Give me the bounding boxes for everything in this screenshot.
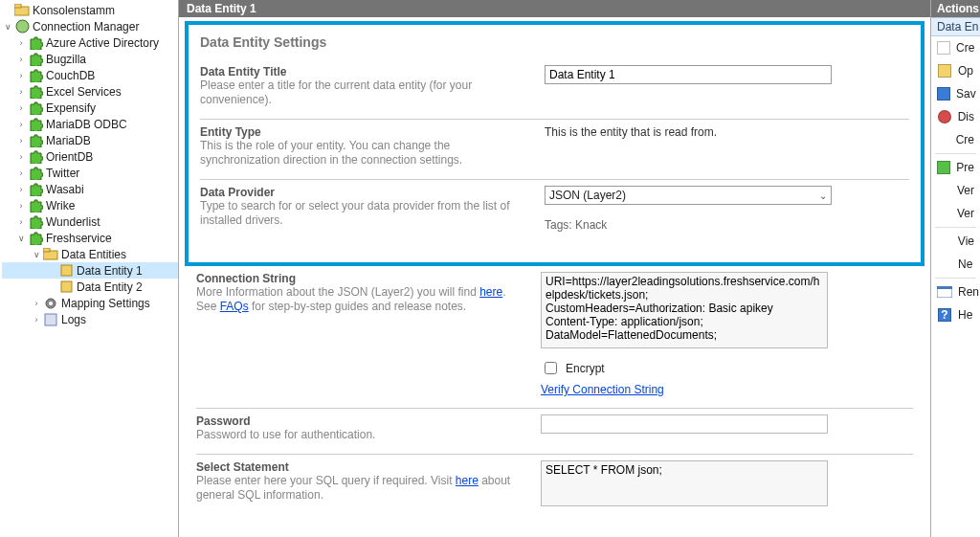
field-entity-type: Entity Type This is the role of your ent… xyxy=(200,120,909,180)
tree-data-entity-1[interactable]: Data Entity 1 xyxy=(2,262,178,279)
tree-item-wrike[interactable]: ›Wrike xyxy=(2,197,178,213)
encrypt-checkbox[interactable] xyxy=(545,362,557,374)
field-label: Password xyxy=(196,414,525,428)
field-desc: Password to use for authentication. xyxy=(196,428,525,442)
chevron-right-icon[interactable]: › xyxy=(31,299,42,308)
action-open[interactable]: Op xyxy=(931,59,980,82)
svg-rect-1 xyxy=(14,4,21,8)
chevron-right-icon[interactable]: › xyxy=(15,120,27,129)
chevron-right-icon[interactable]: › xyxy=(15,71,27,80)
connection-string-textarea[interactable] xyxy=(541,272,828,348)
box-icon xyxy=(57,264,75,277)
chevron-right-icon[interactable]: › xyxy=(15,168,27,178)
action-preview[interactable]: Pre xyxy=(931,156,980,179)
entity-type-value: This is the entity that is read from. xyxy=(545,125,909,139)
connection-here-link[interactable]: here xyxy=(479,285,502,299)
puzzle-icon xyxy=(27,68,44,82)
tree-item-mariadb[interactable]: ›MariaDB xyxy=(2,132,178,148)
tree-label: CouchDB xyxy=(44,69,95,82)
action-verify2[interactable]: Ver xyxy=(931,202,980,225)
tree-item-excel-services[interactable]: ›Excel Services xyxy=(2,83,178,100)
chevron-right-icon[interactable]: › xyxy=(15,152,27,162)
action-label: Op xyxy=(958,64,973,78)
help-icon: ? xyxy=(937,307,952,323)
chevron-down-icon: ⌄ xyxy=(819,190,827,201)
discard-icon xyxy=(937,109,952,124)
field-label: Data Provider xyxy=(200,186,529,199)
select-here-link[interactable]: here xyxy=(456,474,479,487)
action-label: Dis xyxy=(958,110,974,123)
chevron-right-icon[interactable]: › xyxy=(15,87,27,97)
tree-item-expensify[interactable]: ›Expensify xyxy=(2,100,178,116)
chevron-right-icon[interactable]: › xyxy=(15,217,27,227)
twisty-open-icon[interactable]: ∨ xyxy=(2,22,13,32)
globe-icon xyxy=(13,19,31,34)
tree-label: Data Entities xyxy=(59,248,126,261)
chevron-right-icon[interactable]: › xyxy=(15,136,27,145)
chevron-right-icon[interactable]: › xyxy=(15,38,27,48)
field-connection-string: Connection String More Information about… xyxy=(196,266,913,409)
blank-icon xyxy=(937,206,951,221)
tree-item-twitter[interactable]: ›Twitter xyxy=(2,165,178,181)
tree-mapping-settings[interactable]: › Mapping Settings xyxy=(2,295,178,311)
action-verify1[interactable]: Ver xyxy=(931,179,980,202)
chevron-right-icon[interactable]: › xyxy=(15,185,27,194)
field-desc: Please enter here your SQL query if requ… xyxy=(196,474,525,503)
action-help[interactable]: ? He xyxy=(931,303,980,326)
svg-rect-4 xyxy=(43,248,50,252)
verify-connection-link[interactable]: Verify Connection String xyxy=(541,383,664,396)
blank-icon xyxy=(937,257,952,272)
details-pane: Data Entity 1 Data Entity Settings Data … xyxy=(178,0,931,537)
field-label: Data Entity Title xyxy=(200,65,529,78)
chevron-right-icon[interactable]: › xyxy=(15,103,27,113)
action-label: He xyxy=(958,308,972,322)
data-provider-select[interactable]: JSON (Layer2) ⌄ xyxy=(545,186,832,205)
tree-item-azure-active-directory[interactable]: ›Azure Active Directory xyxy=(2,34,178,51)
tree-item-orientdb[interactable]: ›OrientDB xyxy=(2,148,178,165)
chevron-right-icon[interactable]: › xyxy=(15,55,27,64)
twisty-open-icon[interactable]: ∨ xyxy=(31,250,42,259)
tree-item-freshservice[interactable]: ∨ Freshservice xyxy=(2,230,178,246)
field-desc: Type to search for or select your data p… xyxy=(200,199,529,228)
tree-label: Freshservice xyxy=(44,232,112,245)
puzzle-icon xyxy=(27,133,44,147)
action-view[interactable]: Vie xyxy=(931,230,980,253)
password-input[interactable] xyxy=(541,414,828,434)
tree-item-mariadb-odbc[interactable]: ›MariaDB ODBC xyxy=(2,116,178,132)
tree-item-wunderlist[interactable]: ›Wunderlist xyxy=(2,213,178,230)
action-new[interactable]: Ne xyxy=(931,253,980,276)
chevron-right-icon[interactable]: › xyxy=(31,315,42,324)
select-statement-textarea[interactable] xyxy=(541,460,828,506)
puzzle-icon xyxy=(27,214,44,229)
action-discard[interactable]: Dis xyxy=(931,105,980,128)
action-create[interactable]: Cre xyxy=(931,36,980,59)
action-label: Sav xyxy=(956,87,976,101)
action-save[interactable]: Sav xyxy=(931,82,980,105)
tree-label: Logs xyxy=(59,313,86,326)
action-label: Ver xyxy=(957,207,974,220)
tree-connection-manager[interactable]: ∨ Connection Manager xyxy=(2,18,178,34)
tree-item-wasabi[interactable]: ›Wasabi xyxy=(2,181,178,197)
action-create2[interactable]: Cre xyxy=(931,128,980,151)
tree-label: Mapping Settings xyxy=(59,297,150,310)
gear-icon xyxy=(42,297,59,310)
tree-label: Expensify xyxy=(44,101,96,115)
tree-item-bugzilla[interactable]: ›Bugzilla xyxy=(2,51,178,67)
action-label: Pre xyxy=(956,161,974,174)
chevron-right-icon[interactable]: › xyxy=(15,201,27,211)
separator xyxy=(935,153,976,154)
tree-data-entity-2[interactable]: Data Entity 2 xyxy=(2,279,178,295)
svg-rect-9 xyxy=(45,314,56,325)
action-rename[interactable]: Ren xyxy=(931,280,980,303)
connection-faqs-link[interactable]: FAQs xyxy=(220,300,249,313)
svg-point-8 xyxy=(49,302,53,305)
tree-item-couchdb[interactable]: ›CouchDB xyxy=(2,67,178,83)
data-entity-title-input[interactable] xyxy=(545,65,832,84)
twisty-open-icon[interactable]: ∨ xyxy=(15,234,27,243)
puzzle-icon xyxy=(27,166,44,180)
details-header: Data Entity 1 xyxy=(179,0,930,17)
tree-data-entities[interactable]: ∨ Data Entities xyxy=(2,246,178,262)
tree-logs[interactable]: › Logs xyxy=(2,311,178,327)
tree-root[interactable]: Konsolenstamm xyxy=(2,2,178,18)
actions-pane: Actions Data En Cre Op Sav Dis Cre Pre V… xyxy=(931,0,980,537)
